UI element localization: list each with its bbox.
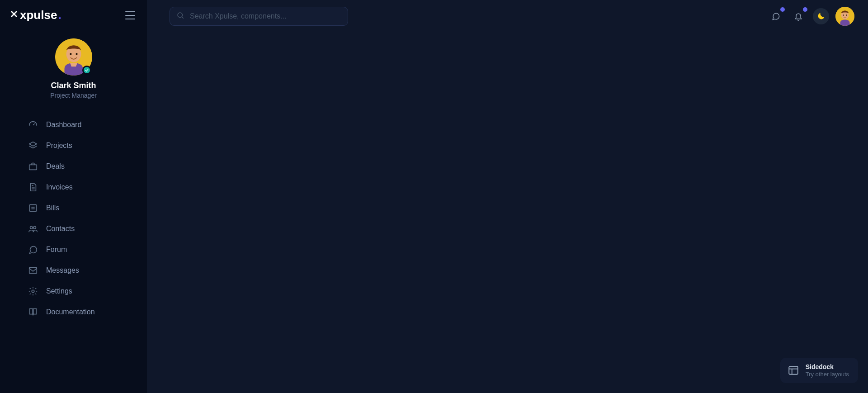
- search-input[interactable]: [190, 12, 341, 20]
- main-content: [147, 0, 868, 393]
- sidebar-item-projects[interactable]: Projects: [0, 135, 147, 156]
- profile-name: Clark Smith: [51, 81, 96, 90]
- search-box[interactable]: [170, 7, 348, 26]
- layout-icon: [788, 365, 799, 376]
- moon-icon: [816, 12, 826, 21]
- bell-badge: [803, 7, 807, 12]
- sidebar-item-contacts[interactable]: Contacts: [0, 218, 147, 239]
- svg-marker-4: [29, 142, 37, 146]
- sidebar-item-label: Projects: [46, 142, 72, 150]
- sidedock-text: Sidedock Try other layouts: [806, 363, 849, 378]
- sidebar-item-documentation[interactable]: Documentation: [0, 302, 147, 322]
- sidebar-item-label: Forum: [46, 246, 67, 254]
- svg-point-15: [846, 14, 847, 16]
- svg-point-10: [32, 290, 34, 293]
- sidebar-header: xpulse .: [0, 0, 147, 27]
- gauge-icon: [28, 120, 38, 130]
- notifications-button[interactable]: [790, 8, 807, 24]
- sidebar-item-dashboard[interactable]: Dashboard: [0, 114, 147, 135]
- topbar-avatar[interactable]: [835, 7, 854, 26]
- svg-rect-5: [29, 165, 37, 170]
- sidebar-item-label: Settings: [46, 287, 72, 295]
- sidebar-item-label: Deals: [46, 162, 65, 170]
- sidebar-item-messages[interactable]: Messages: [0, 260, 147, 281]
- profile-role: Project Manager: [50, 92, 97, 99]
- svg-point-2: [70, 53, 71, 55]
- brand-dot: .: [58, 8, 61, 22]
- sidebar-item-forum[interactable]: Forum: [0, 239, 147, 260]
- sidebar-profile: Clark Smith Project Manager: [0, 27, 147, 107]
- brand-name: xpulse: [20, 8, 57, 22]
- chat-bubble-icon: [771, 12, 780, 21]
- svg-rect-16: [789, 366, 798, 374]
- sidebar-item-settings[interactable]: Settings: [0, 281, 147, 302]
- sidebar-item-label: Contacts: [46, 225, 75, 233]
- sidebar-item-deals[interactable]: Deals: [0, 156, 147, 177]
- sidebar-item-label: Invoices: [46, 183, 73, 191]
- layers-icon: [28, 141, 38, 151]
- sidedock-title: Sidedock: [806, 363, 849, 370]
- sidebar-item-label: Messages: [46, 266, 79, 275]
- sidedock-hint[interactable]: Sidedock Try other layouts: [780, 358, 858, 383]
- briefcase-icon: [28, 161, 38, 171]
- sidebar-item-bills[interactable]: Bills: [0, 198, 147, 218]
- search-icon: [176, 11, 184, 21]
- menu-toggle-icon[interactable]: [125, 11, 135, 19]
- mail-icon: [28, 265, 38, 275]
- theme-toggle-button[interactable]: [813, 8, 829, 24]
- gear-icon: [28, 286, 38, 296]
- brand-x-icon: [9, 8, 19, 22]
- topbar: [147, 0, 868, 28]
- sidebar-item-invoices[interactable]: Invoices: [0, 177, 147, 198]
- sidebar-item-label: Documentation: [46, 308, 95, 316]
- svg-point-14: [843, 14, 844, 16]
- sidedock-subtitle: Try other layouts: [806, 371, 849, 378]
- file-text-icon: [28, 182, 38, 192]
- chat-badge: [780, 7, 785, 12]
- svg-point-7: [30, 227, 33, 229]
- status-online-icon: [82, 66, 91, 75]
- receipt-icon: [28, 203, 38, 213]
- svg-rect-9: [29, 268, 37, 274]
- chat-icon: [28, 245, 38, 255]
- sidebar: xpulse .: [0, 0, 147, 393]
- topbar-actions: [768, 7, 854, 26]
- svg-point-8: [33, 227, 36, 229]
- users-icon: [28, 224, 38, 234]
- sidebar-item-label: Bills: [46, 204, 59, 212]
- svg-point-3: [75, 53, 77, 55]
- chat-button[interactable]: [768, 8, 784, 24]
- sidebar-item-label: Dashboard: [46, 121, 81, 129]
- svg-point-11: [178, 13, 183, 18]
- avatar-wrap: [55, 38, 92, 76]
- sidebar-nav: Dashboard Projects Deals Invoices Bills: [0, 107, 147, 393]
- bell-icon: [794, 12, 803, 21]
- book-icon: [28, 307, 38, 317]
- svg-rect-6: [30, 205, 37, 212]
- brand-logo[interactable]: xpulse .: [9, 8, 61, 22]
